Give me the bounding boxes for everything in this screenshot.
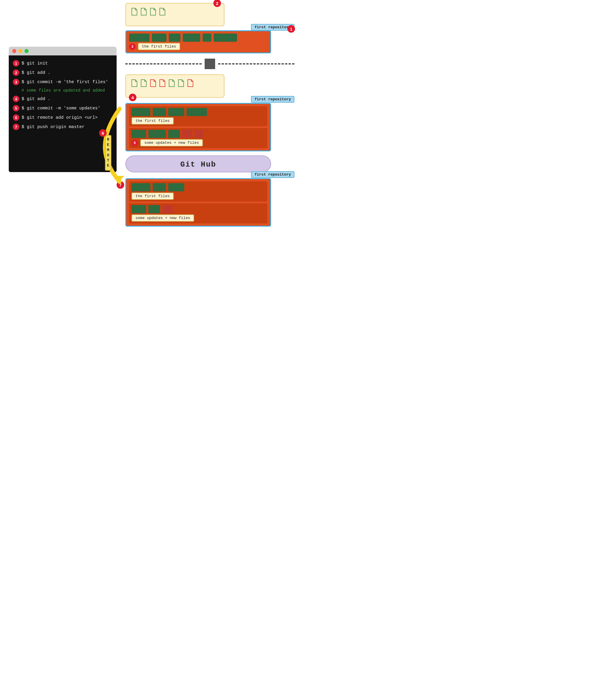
terminal-titlebar bbox=[9, 47, 116, 55]
fcg-2a bbox=[131, 205, 146, 213]
file-icons-row-2 bbox=[131, 79, 218, 87]
commit-green-1e bbox=[203, 33, 211, 42]
file-icon-1 bbox=[131, 7, 137, 16]
github-section: Git Hub bbox=[125, 155, 294, 172]
cg-2b bbox=[153, 108, 166, 116]
badge-2-diagram: 2 bbox=[213, 0, 221, 7]
terminal-line-7: 7 $ git push origin master bbox=[13, 124, 112, 130]
github-label: Git Hub bbox=[180, 160, 216, 169]
commit-label-box-1: the first files bbox=[131, 117, 265, 125]
fcg-1b bbox=[153, 183, 166, 191]
terminal-window: 1 $ git init 2 $ git add . 3 $ git commi… bbox=[9, 47, 116, 172]
file-icon-lower-1 bbox=[131, 79, 137, 87]
maximize-button[interactable] bbox=[25, 49, 29, 53]
commit-row-2b bbox=[131, 130, 265, 138]
terminal-body: 1 $ git init 2 $ git add . 3 $ git commi… bbox=[9, 55, 116, 172]
repo-section-2: R E M O T E 6 first repository bbox=[125, 103, 294, 227]
terminal-line-5: 5 $ git commit -m 'some updates' bbox=[13, 105, 112, 111]
commit-green-1d bbox=[183, 33, 200, 42]
fcr-2a bbox=[162, 205, 173, 213]
file-box-top: 2 bbox=[125, 3, 225, 26]
commit-green-1f bbox=[214, 33, 237, 42]
cmd-3: $ git commit -m 'the first files' bbox=[22, 80, 108, 84]
dash-line-left bbox=[125, 63, 202, 65]
cmd-7: $ git push origin master bbox=[22, 125, 84, 129]
file-icon-lower-4 bbox=[159, 79, 165, 87]
fcg-2b bbox=[148, 205, 160, 213]
final-commit-layer-2: some updates + new files bbox=[129, 203, 267, 223]
dash-line-right bbox=[218, 63, 294, 65]
final-commit-label-box-1: the first files bbox=[131, 193, 265, 200]
badge-7: 7 bbox=[13, 124, 19, 130]
commit-row-1 bbox=[129, 33, 267, 42]
lower-file-section: 4 bbox=[125, 74, 294, 98]
final-commit-label-1: the first files bbox=[131, 193, 174, 200]
repo-outer-3: the first files some updates + new files bbox=[125, 178, 271, 227]
commit-label-2b: some updates + new files bbox=[140, 139, 203, 146]
badge-3-diagram: 3 bbox=[129, 44, 135, 50]
github-cloud: Git Hub bbox=[125, 155, 271, 172]
file-box-lower: 4 bbox=[125, 74, 225, 98]
commit-green-1a bbox=[129, 33, 150, 42]
commit-label-row-2b: 5 some updates + new files bbox=[131, 139, 265, 146]
file-icon-4 bbox=[159, 7, 165, 16]
commit-layer-2: 5 some updates + new files bbox=[129, 128, 267, 148]
final-repo-section: 7 first repository the first files bbox=[125, 178, 294, 227]
final-commit-label-2: some updates + new files bbox=[131, 215, 194, 222]
terminal-line-2: 2 $ git add . bbox=[13, 69, 112, 76]
commit-label-row-1: 3 the first files bbox=[129, 43, 267, 50]
repo-outer-1: 3 the first files bbox=[125, 30, 271, 53]
badge-2: 2 bbox=[13, 69, 19, 76]
commit-layer-1: the first files bbox=[129, 106, 267, 126]
commit-label-2a: the first files bbox=[131, 117, 174, 125]
commit-label-1: the first files bbox=[138, 43, 180, 50]
terminal-comment: # some files are updated and added bbox=[22, 88, 112, 93]
badge-5: 5 bbox=[13, 105, 19, 111]
badge-1-diagram: 1 bbox=[287, 25, 295, 33]
repo-label-3: first repository bbox=[251, 171, 294, 178]
final-commit-label-box-2: some updates + new files bbox=[131, 215, 265, 222]
badge-6: 6 bbox=[13, 114, 19, 121]
top-file-section: 2 bbox=[125, 3, 294, 26]
badge-4: 4 bbox=[13, 96, 19, 102]
diagram-area: 2 1 first repository bbox=[125, 3, 294, 227]
final-commit-row-2 bbox=[131, 205, 265, 213]
remote-label: R E M O T E bbox=[105, 135, 111, 171]
dashed-divider bbox=[125, 59, 294, 69]
cg-2d bbox=[186, 108, 207, 116]
fcg-1c bbox=[168, 183, 184, 191]
file-icon-lower-3 bbox=[150, 79, 156, 87]
terminal-line-6: 6 $ git remote add origin <url> bbox=[13, 114, 112, 121]
file-icon-lower-2 bbox=[140, 79, 147, 87]
commit-green-1b bbox=[152, 33, 166, 42]
close-button[interactable] bbox=[12, 49, 16, 53]
dash-square bbox=[205, 59, 215, 69]
cg-2c bbox=[168, 108, 184, 116]
repo-outer-2: the first files 5 some updates + new fil… bbox=[125, 103, 271, 151]
final-commit-layer-1: the first files bbox=[129, 181, 267, 202]
file-icon-lower-7 bbox=[187, 79, 193, 87]
terminal-line-1: 1 $ git init bbox=[13, 60, 112, 67]
badge-6-diagram: 6 bbox=[99, 129, 107, 137]
terminal-line-4: 4 $ git add . bbox=[13, 96, 112, 102]
repo-section-1: 1 first repository 3 the first files bbox=[125, 30, 294, 53]
file-icon-lower-6 bbox=[178, 79, 184, 87]
file-icons-row-1 bbox=[131, 7, 218, 16]
commit-row-2a bbox=[131, 108, 265, 116]
badge-4-diagram: 4 bbox=[129, 94, 136, 101]
cmd-1: $ git init bbox=[22, 61, 48, 66]
badge-1: 1 bbox=[13, 60, 19, 67]
badge-3: 3 bbox=[13, 79, 19, 85]
final-commit-row-1 bbox=[131, 183, 265, 191]
terminal-line-3: 3 $ git commit -m 'the first files' bbox=[13, 79, 112, 85]
file-icon-3 bbox=[150, 7, 156, 16]
cg-3c bbox=[168, 130, 180, 138]
file-icon-lower-5 bbox=[168, 79, 175, 87]
cmd-2: $ git add . bbox=[22, 70, 50, 75]
minimize-button[interactable] bbox=[18, 49, 22, 53]
cmd-4: $ git add . bbox=[22, 97, 50, 101]
commit-green-1c bbox=[169, 33, 180, 42]
cr-3b bbox=[195, 130, 204, 138]
file-icon-2 bbox=[140, 7, 147, 16]
repo-label-2: first repository bbox=[251, 96, 294, 103]
